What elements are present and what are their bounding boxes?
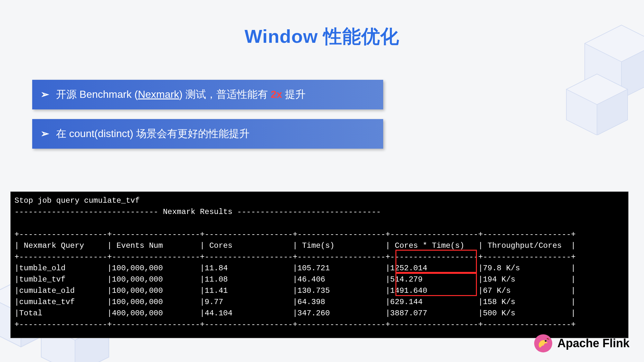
flink-logo-icon [534,334,553,353]
footer-brand: Apache Flink [557,337,630,350]
bullet-1-text-post: 提升 [282,88,306,100]
bullet-1: ➢ 开源 Benchmark (Nexmark) 测试，普适性能有 2x 提升 [32,80,383,109]
bullet-1-link: Nexmark [138,88,179,100]
bullet-2: ➢ 在 count(distinct) 场景会有更好的性能提升 [32,119,383,149]
bullet-arrow-icon: ➢ [41,88,49,100]
bullet-1-text-pre: 开源 Benchmark ( [56,88,138,100]
bullet-1-highlight: 2x [271,88,282,100]
svg-point-13 [545,340,547,342]
slide: Window 性能优化 ➢ 开源 Benchmark (Nexmark) 测试，… [0,0,644,362]
bullet-arrow-icon: ➢ [41,127,49,140]
bullet-2-text: 在 count(distinct) 场景会有更好的性能提升 [56,128,250,139]
highlight-box-2 [395,273,477,296]
highlight-box-1 [395,250,477,273]
terminal-output: Stop job query cumulate_tvf ------------… [10,191,629,338]
slide-title: Window 性能优化 [32,24,612,49]
footer-logo: Apache Flink [534,334,630,353]
bullet-1-text-mid: ) 测试，普适性能有 [179,88,270,100]
